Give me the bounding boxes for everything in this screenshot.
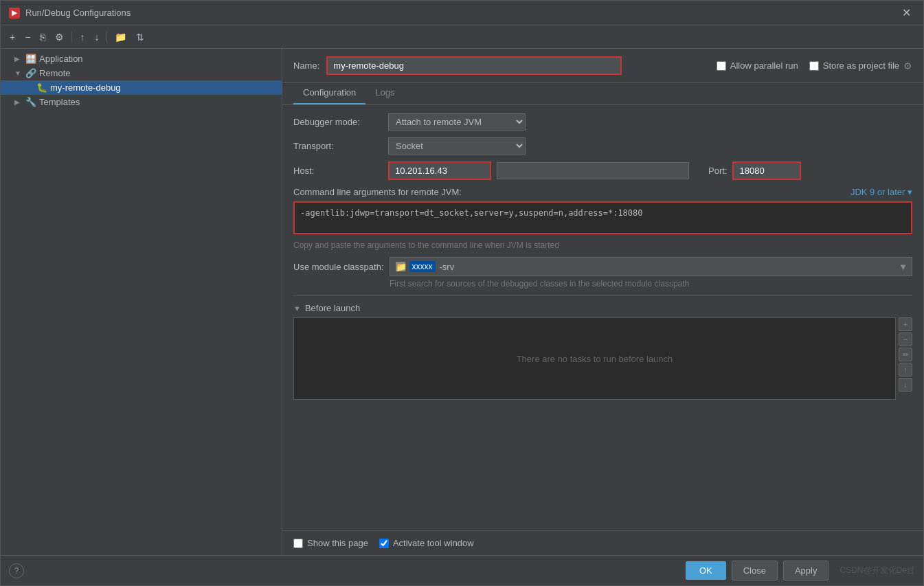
before-launch-header: ▼ Before launch xyxy=(293,303,912,313)
tree-item-templates[interactable]: ▶ 🔧 Templates xyxy=(1,95,282,109)
allow-parallel-group: Allow parallel run xyxy=(717,60,798,71)
cmd-args-section: Command line arguments for remote JVM: J… xyxy=(293,187,912,250)
transport-row: Transport: Socket xyxy=(293,137,912,155)
store-project-label: Store as project file xyxy=(823,60,899,71)
launch-up-button[interactable]: ↑ xyxy=(899,363,912,376)
module-dropdown-arrow-icon: ▼ xyxy=(899,262,908,272)
allow-parallel-label: Allow parallel run xyxy=(730,60,798,71)
tree-item-application[interactable]: ▶ 🪟 Application xyxy=(1,52,282,66)
tree-label-my-remote-debug: my-remote-debug xyxy=(50,82,121,93)
transport-select[interactable]: Socket xyxy=(388,137,526,155)
apply-button[interactable]: Apply xyxy=(783,561,829,581)
jdk-link[interactable]: JDK 9 or later ▾ xyxy=(850,187,912,197)
allow-parallel-checkbox[interactable] xyxy=(717,61,726,71)
name-label: Name: xyxy=(293,60,319,71)
tree-item-remote[interactable]: ▼ 🔗 Remote xyxy=(1,66,282,80)
tabs-row: Configuration Logs xyxy=(282,83,923,105)
launch-add-button[interactable]: + xyxy=(899,317,912,331)
host-input[interactable] xyxy=(388,161,491,180)
cmd-args-label-row: Command line arguments for remote JVM: J… xyxy=(293,187,912,197)
tab-configuration[interactable]: Configuration xyxy=(293,83,365,104)
help-button[interactable]: ? xyxy=(9,563,24,578)
store-project-group: Store as project file ⚙ xyxy=(809,60,912,71)
launch-area-wrapper: There are no tasks to run before launch … xyxy=(293,317,912,400)
launch-edit-button[interactable]: ✏ xyxy=(899,348,912,361)
debugger-mode-row: Debugger mode: Attach to remote JVM xyxy=(293,113,912,131)
launch-box: There are no tasks to run before launch xyxy=(293,317,896,400)
toolbar-separator-1 xyxy=(71,32,72,43)
launch-actions: + − ✏ ↑ ↓ xyxy=(899,317,912,400)
toolbar: + − ⎘ ⚙ ↑ ↓ 📁 ⇅ xyxy=(1,25,923,49)
module-label: Use module classpath: xyxy=(293,262,384,272)
settings-button[interactable]: ⚙ xyxy=(52,30,67,45)
activate-tool-group: Activate tool window xyxy=(379,538,474,548)
launch-down-button[interactable]: ↓ xyxy=(899,378,912,392)
dialog-title: Run/Debug Configurations xyxy=(25,8,131,18)
before-launch-title: Before launch xyxy=(305,303,360,313)
launch-remove-button[interactable]: − xyxy=(899,333,912,346)
copy-config-button[interactable]: ⎘ xyxy=(36,30,49,45)
show-page-group: Show this page xyxy=(293,538,368,548)
transport-label: Transport: xyxy=(293,141,383,151)
host-port-row: Host: Port: xyxy=(293,161,912,180)
close-button[interactable]: ✕ xyxy=(898,5,915,21)
tree-label-application: Application xyxy=(39,54,83,64)
footer-right: OK Close Apply CSDN@开发化De过 xyxy=(686,561,915,581)
port-input[interactable] xyxy=(732,161,801,180)
activate-tool-label: Activate tool window xyxy=(393,538,474,548)
activate-tool-checkbox[interactable] xyxy=(379,539,389,548)
module-hint: First search for sources of the debugged… xyxy=(390,279,912,289)
port-label: Port: xyxy=(708,166,727,176)
module-select-box[interactable]: 📁 xxxxx -srv ▼ xyxy=(390,257,912,276)
sort-button[interactable]: ⇅ xyxy=(133,30,148,45)
module-name: xxxxx xyxy=(409,261,436,272)
cancel-button[interactable]: Close xyxy=(732,561,778,581)
name-options: Allow parallel run Store as project file… xyxy=(717,60,912,71)
right-panel: Name: Allow parallel run Store as projec… xyxy=(282,49,923,555)
tree-item-my-remote-debug[interactable]: 🐛 my-remote-debug xyxy=(1,80,282,95)
host-input-extra[interactable] xyxy=(497,162,689,179)
remote-icon: 🔗 xyxy=(25,68,36,78)
module-row: Use module classpath: 📁 xxxxx -srv ▼ xyxy=(293,257,912,276)
toolbar-separator-2 xyxy=(106,32,107,43)
store-project-checkbox[interactable] xyxy=(809,61,819,71)
add-config-button[interactable]: + xyxy=(6,30,19,45)
folder-button[interactable]: 📁 xyxy=(111,30,130,45)
tree-arrow-templates: ▶ xyxy=(14,98,23,106)
name-row: Name: Allow parallel run Store as projec… xyxy=(282,49,923,83)
title-bar: ▶ Run/Debug Configurations ✕ xyxy=(1,1,923,25)
store-project-gear-icon[interactable]: ⚙ xyxy=(903,60,912,71)
footer-left: ? xyxy=(9,563,24,578)
debug-config-icon: 🐛 xyxy=(36,82,47,93)
cmd-args-hint: Copy and paste the arguments to the comm… xyxy=(293,240,912,250)
module-folder-icon: 📁 xyxy=(396,262,405,271)
host-label: Host: xyxy=(293,166,383,176)
main-content: ▶ 🪟 Application ▼ 🔗 Remote 🐛 my-remote-d… xyxy=(1,49,923,555)
module-suffix: -srv xyxy=(440,262,455,272)
debugger-mode-select[interactable]: Attach to remote JVM xyxy=(388,113,526,131)
tab-logs[interactable]: Logs xyxy=(365,83,404,104)
launch-empty-text: There are no tasks to run before launch xyxy=(517,354,673,364)
watermark: CSDN@开发化De过 xyxy=(840,565,915,576)
tree-arrow-remote: ▼ xyxy=(14,69,23,77)
tree-label-templates: Templates xyxy=(39,97,80,107)
tree-label-remote: Remote xyxy=(39,68,71,78)
debugger-mode-label: Debugger mode: xyxy=(293,117,383,127)
remove-config-button[interactable]: − xyxy=(21,30,34,45)
show-page-label: Show this page xyxy=(307,538,368,548)
config-content: Debugger mode: Attach to remote JVM Tran… xyxy=(282,105,923,530)
move-up-button[interactable]: ↑ xyxy=(76,30,88,45)
before-launch-section: ▼ Before launch There are no tasks to ru… xyxy=(293,303,912,400)
left-panel: ▶ 🪟 Application ▼ 🔗 Remote 🐛 my-remote-d… xyxy=(1,49,282,555)
footer: ? OK Close Apply CSDN@开发化De过 xyxy=(1,555,923,585)
cmd-args-label: Command line arguments for remote JVM: xyxy=(293,187,462,197)
cmd-args-textarea[interactable]: -agentlib:jdwp=transport=dt_socket,serve… xyxy=(293,201,912,234)
move-down-button[interactable]: ↓ xyxy=(91,30,102,45)
separator-1 xyxy=(293,295,912,296)
show-page-checkbox[interactable] xyxy=(293,539,303,548)
ok-button[interactable]: OK xyxy=(686,561,726,580)
before-launch-toggle[interactable]: ▼ xyxy=(293,304,301,313)
app-icon: ▶ xyxy=(9,8,20,19)
templates-icon: 🔧 xyxy=(25,97,36,107)
name-input[interactable] xyxy=(326,56,622,75)
